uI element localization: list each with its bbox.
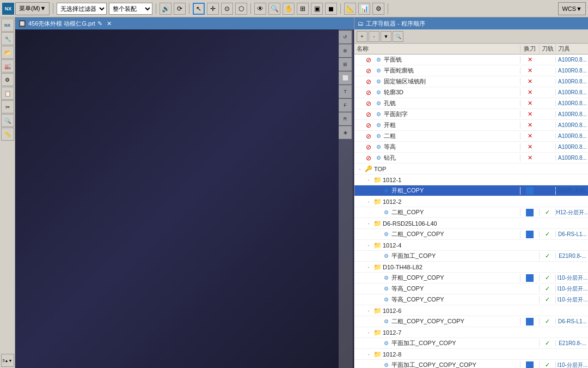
forbidden-icon: ⊘ (364, 88, 373, 97)
settings-icon[interactable]: ⚙ (372, 3, 384, 15)
expand-icon[interactable]: - (365, 177, 372, 183)
tree-item[interactable]: ⚙ 平面加工_COPY ✓ E21R0.8-... (354, 251, 588, 262)
lt-resize-btn[interactable]: 5▲▼ (1, 354, 14, 367)
folder-icon: 📁 (373, 306, 382, 315)
wireframe-icon[interactable]: ▣ (311, 3, 323, 15)
expand-icon[interactable]: - (365, 242, 372, 249)
item-name-area: ⊘ ⚙ 钻孔 (354, 154, 520, 162)
lt-btn-5[interactable]: ⚙ (1, 73, 14, 86)
tree-item[interactable]: ⚙ 开粗_COPY C50R5-开粗... (354, 185, 588, 196)
expand-icon[interactable]: - (357, 166, 363, 172)
refresh-icon[interactable]: ⟳ (174, 3, 186, 15)
zoom-icon[interactable]: 🔍 (268, 3, 280, 15)
tree-item[interactable]: ⊘ ⚙ 等高 ✕ A100R0.8... (354, 142, 588, 153)
lt-btn-4[interactable]: 🏭 (1, 59, 14, 73)
tree-item[interactable]: ⊘ ⚙ 平面刻字 ✕ A100R0.8... (354, 109, 588, 120)
tool-name: I10-分层开... (558, 296, 588, 304)
tree-item[interactable]: ⚙ 二粗_COPY ✓ H12-分层开... (354, 207, 588, 218)
toolchange-icon (526, 187, 534, 195)
lt-btn-7[interactable]: ✂ (1, 100, 14, 113)
rt-filter-btn[interactable]: ▼ (381, 31, 391, 42)
item-name-area: - 📁 1012-6 (354, 306, 520, 315)
tree-item[interactable]: ⚙ 开粗_COPY_COPY ✓ I10-分层开... (354, 273, 588, 283)
vr-iso-btn[interactable]: ◈ (339, 126, 352, 139)
lt-btn-1[interactable]: NX (1, 19, 14, 32)
vr-zoom-btn[interactable]: ⊞ (339, 58, 352, 71)
expand-icon[interactable]: - (365, 198, 372, 205)
fit-icon[interactable]: ⊞ (297, 3, 309, 15)
rt-search-btn[interactable]: 🔍 (393, 31, 403, 42)
snap-icon[interactable]: ⬡ (235, 3, 247, 15)
measure-icon[interactable]: 📐 (344, 3, 356, 15)
shaded-icon[interactable]: ◼ (325, 3, 337, 15)
tree-item[interactable]: - 📁 1012-4 (354, 240, 588, 251)
tree-container[interactable]: ⊘ ⚙ 平面铣 ✕ A100R0.8... ⊘ ⚙ 平面蛇廓铣 ✕ A100R0… (354, 55, 588, 368)
tree-item[interactable]: ⚙ 二粗_COPY_COPY ✓ D6-RS-L1... (354, 229, 588, 240)
item-label: 轮廓3D (384, 88, 403, 96)
expand-icon[interactable]: - (365, 264, 372, 270)
tree-item[interactable]: ⊘ ⚙ 孔铣 ✕ A100R0.8... (354, 98, 588, 109)
vr-fit-btn[interactable]: ⬜ (339, 71, 352, 85)
forbidden-icon: ⊘ (364, 143, 373, 152)
tree-item[interactable]: ⊘ ⚙ 二粗 ✕ A100R0.8... (354, 131, 588, 142)
tree-item[interactable]: - 🔑 TOP (354, 164, 588, 174)
viewport-edit-icon: ✎ (97, 20, 102, 27)
viewport[interactable]: ✦ ↺ ⊕ ⊞ ⬜ T F R ◈ (15, 29, 354, 368)
toolpath-ok-icon: ✓ (545, 231, 550, 238)
tree-item[interactable]: ⊘ ⚙ 固定轴区域铣削 ✕ A100R0.8... (354, 76, 588, 87)
viewport-close-btn[interactable]: ✕ (107, 20, 112, 27)
vr-view1-btn[interactable]: T (339, 85, 352, 98)
expand-icon[interactable]: - (365, 351, 372, 358)
tree-item[interactable]: ⚙ 平面加工_COPY_COPY ✓ E21R0.8-... (354, 338, 588, 349)
vr-view2-btn[interactable]: F (339, 99, 352, 112)
rt-collapse-btn[interactable]: - (369, 31, 379, 42)
main-toolbar: NX 菜单(M)▼ 无选择过滤器 整个装配 🔊 ⟳ ↖ ✛ ⊙ ⬡ 👁 🔍 ✋ … (0, 0, 588, 17)
tree-item[interactable]: ⊘ ⚙ 钻孔 ✕ A100R0.8... (354, 153, 588, 164)
select-icon[interactable]: ↖ (193, 3, 205, 15)
view-icon[interactable]: 👁 (254, 3, 266, 15)
tree-item[interactable]: - 📁 1012-1 (354, 174, 588, 185)
expand-icon[interactable]: - (365, 307, 372, 314)
item-label: 开粗 (384, 121, 396, 129)
tree-item[interactable]: ⚙ 平面加工_COPY_COPY_COPY ✓ I10-分层开... (354, 360, 588, 368)
tree-item[interactable]: ⊘ ⚙ 平面铣 ✕ A100R0.8... (354, 55, 588, 65)
lt-btn-3[interactable]: 📂 (1, 46, 14, 59)
vr-pan-btn[interactable]: ⊕ (339, 44, 352, 57)
assembly-select[interactable]: 整个装配 (109, 3, 152, 15)
tree-item[interactable]: ⊘ ⚙ 开粗 ✕ A100R0.8... (354, 120, 588, 131)
speaker-icon[interactable]: 🔊 (160, 3, 171, 15)
rotate-icon[interactable]: ⊙ (221, 3, 233, 15)
tree-item[interactable]: - 📁 D6-RSD25L106-L40 (354, 218, 588, 229)
wcs-button[interactable]: WCS▼ (558, 2, 586, 15)
filter-select[interactable]: 无选择过滤器 (57, 3, 107, 15)
item-name-area: ⊘ ⚙ 轮廓3D (354, 88, 520, 97)
sep5 (340, 3, 341, 14)
tree-item[interactable]: - 📁 1012-6 (354, 305, 588, 316)
lt-btn-9[interactable]: 📏 (1, 128, 14, 141)
expand-icon[interactable]: - (365, 220, 372, 227)
lt-btn-2[interactable]: 🔧 (1, 32, 14, 45)
tree-item[interactable]: - 📁 D10-TH48-L82 (354, 262, 588, 273)
tree-item[interactable]: ⚙ 等高_COPY ✓ I10-分层开... (354, 283, 588, 294)
lt-btn-6[interactable]: 📋 (1, 87, 14, 100)
rt-expand-btn[interactable]: + (357, 31, 367, 42)
expand-icon[interactable]: - (365, 329, 372, 336)
pan-icon[interactable]: ✋ (283, 3, 295, 15)
vr-rotate-btn[interactable]: ↺ (339, 31, 352, 44)
tree-item[interactable]: - 📁 1012-2 (354, 196, 588, 207)
menu-button[interactable]: 菜单(M)▼ (15, 2, 50, 15)
move-icon[interactable]: ✛ (207, 3, 219, 15)
tree-item[interactable]: ⚙ 等高_COPY_COPY ✓ I10-分层开... (354, 294, 588, 305)
item-label: D6-RSD25L106-L40 (383, 220, 437, 227)
item-label: 1012-7 (383, 329, 401, 336)
tree-item[interactable]: - 📁 1012-7 (354, 327, 588, 338)
toolpath-ok-icon: ✓ (545, 340, 550, 347)
tree-item[interactable]: ⚙ 二粗_COPY_COPY_COPY ✓ D6-RS-L1... (354, 316, 588, 327)
item-name-area: - 📁 1012-2 (354, 197, 520, 206)
tree-item[interactable]: ⊘ ⚙ 平面蛇廓铣 ✕ A100R0.8... (354, 65, 588, 76)
analysis-icon[interactable]: 📊 (358, 3, 370, 15)
tree-item[interactable]: - 📁 1012-8 (354, 349, 588, 360)
vr-view3-btn[interactable]: R (339, 112, 352, 125)
lt-btn-8[interactable]: 🔍 (1, 114, 14, 127)
tree-item[interactable]: ⊘ ⚙ 轮廓3D ✕ A100R0.8... (354, 87, 588, 98)
